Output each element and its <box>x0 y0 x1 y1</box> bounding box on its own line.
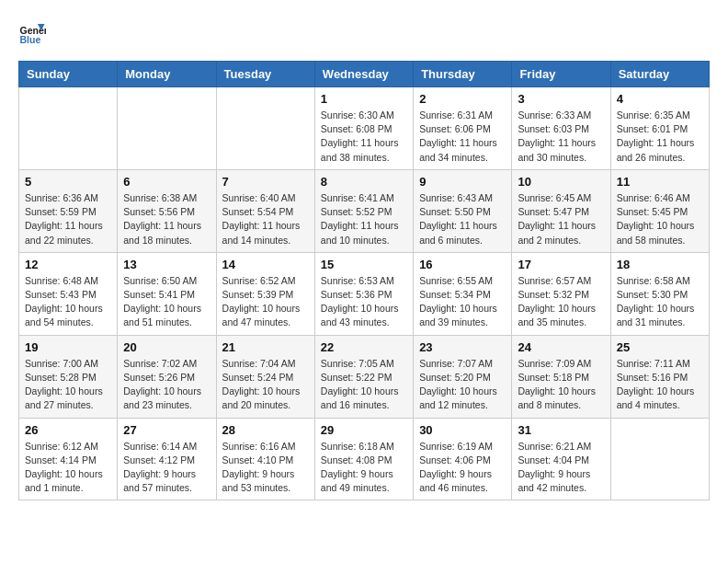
day-number: 27 <box>123 423 210 437</box>
day-info: Sunrise: 7:11 AM Sunset: 5:16 PM Dayligh… <box>617 357 703 413</box>
day-info: Sunrise: 6:55 AM Sunset: 5:34 PM Dayligh… <box>419 274 506 330</box>
day-number: 16 <box>419 258 506 271</box>
calendar-cell <box>19 87 118 170</box>
day-number: 29 <box>321 423 407 437</box>
day-info: Sunrise: 6:53 AM Sunset: 5:36 PM Dayligh… <box>321 274 407 330</box>
day-number: 2 <box>419 92 506 106</box>
day-of-week-header: Friday <box>512 62 610 87</box>
day-info: Sunrise: 6:52 AM Sunset: 5:39 PM Dayligh… <box>222 274 309 330</box>
day-info: Sunrise: 6:36 AM Sunset: 5:59 PM Dayligh… <box>25 191 111 247</box>
day-number: 15 <box>321 258 407 271</box>
day-info: Sunrise: 7:00 AM Sunset: 5:28 PM Dayligh… <box>25 357 111 413</box>
calendar-cell: 12Sunrise: 6:48 AM Sunset: 5:43 PM Dayli… <box>19 252 118 335</box>
calendar-cell: 17Sunrise: 6:57 AM Sunset: 5:32 PM Dayli… <box>512 252 610 335</box>
day-of-week-header: Tuesday <box>216 62 314 87</box>
calendar-cell: 1Sunrise: 6:30 AM Sunset: 6:08 PM Daylig… <box>314 87 413 170</box>
day-info: Sunrise: 6:30 AM Sunset: 6:08 PM Dayligh… <box>321 109 407 165</box>
day-info: Sunrise: 6:33 AM Sunset: 6:03 PM Dayligh… <box>518 109 604 165</box>
day-number: 8 <box>321 175 407 189</box>
calendar-cell: 15Sunrise: 6:53 AM Sunset: 5:36 PM Dayli… <box>314 252 413 335</box>
day-info: Sunrise: 6:19 AM Sunset: 4:06 PM Dayligh… <box>419 440 506 496</box>
calendar-cell: 6Sunrise: 6:38 AM Sunset: 5:56 PM Daylig… <box>118 169 216 252</box>
calendar-cell: 21Sunrise: 7:04 AM Sunset: 5:24 PM Dayli… <box>216 335 314 418</box>
calendar-cell: 25Sunrise: 7:11 AM Sunset: 5:16 PM Dayli… <box>610 335 709 418</box>
calendar-cell: 16Sunrise: 6:55 AM Sunset: 5:34 PM Dayli… <box>414 252 512 335</box>
day-info: Sunrise: 6:41 AM Sunset: 5:52 PM Dayligh… <box>321 191 407 247</box>
day-number: 13 <box>123 258 210 271</box>
day-of-week-header: Sunday <box>19 62 118 87</box>
calendar-cell <box>216 87 314 170</box>
day-info: Sunrise: 7:04 AM Sunset: 5:24 PM Dayligh… <box>222 357 309 413</box>
day-number: 18 <box>617 258 703 271</box>
day-number: 10 <box>518 175 604 189</box>
day-of-week-header: Saturday <box>610 62 709 87</box>
day-number: 11 <box>617 175 703 189</box>
day-info: Sunrise: 6:21 AM Sunset: 4:04 PM Dayligh… <box>518 440 604 496</box>
calendar-cell <box>610 418 709 500</box>
calendar-cell: 31Sunrise: 6:21 AM Sunset: 4:04 PM Dayli… <box>512 418 610 500</box>
day-info: Sunrise: 6:58 AM Sunset: 5:30 PM Dayligh… <box>617 274 703 330</box>
day-number: 4 <box>617 92 703 106</box>
calendar-cell: 13Sunrise: 6:50 AM Sunset: 5:41 PM Dayli… <box>118 252 216 335</box>
day-number: 22 <box>321 340 407 354</box>
calendar-cell: 30Sunrise: 6:19 AM Sunset: 4:06 PM Dayli… <box>414 418 512 500</box>
day-number: 26 <box>25 423 111 437</box>
day-info: Sunrise: 6:16 AM Sunset: 4:10 PM Dayligh… <box>222 440 309 496</box>
calendar-cell: 19Sunrise: 7:00 AM Sunset: 5:28 PM Dayli… <box>19 335 118 418</box>
calendar-cell: 27Sunrise: 6:14 AM Sunset: 4:12 PM Dayli… <box>118 418 216 500</box>
svg-text:Blue: Blue <box>20 34 41 45</box>
calendar-cell: 2Sunrise: 6:31 AM Sunset: 6:06 PM Daylig… <box>414 87 512 170</box>
day-info: Sunrise: 6:31 AM Sunset: 6:06 PM Dayligh… <box>419 109 506 165</box>
calendar-cell: 4Sunrise: 6:35 AM Sunset: 6:01 PM Daylig… <box>610 87 709 170</box>
calendar-cell: 11Sunrise: 6:46 AM Sunset: 5:45 PM Dayli… <box>610 169 709 252</box>
day-info: Sunrise: 6:48 AM Sunset: 5:43 PM Dayligh… <box>25 274 111 330</box>
day-info: Sunrise: 6:35 AM Sunset: 6:01 PM Dayligh… <box>617 109 703 165</box>
calendar-cell: 22Sunrise: 7:05 AM Sunset: 5:22 PM Dayli… <box>314 335 413 418</box>
calendar-cell: 28Sunrise: 6:16 AM Sunset: 4:10 PM Dayli… <box>216 418 314 500</box>
day-of-week-header: Wednesday <box>314 62 413 87</box>
calendar-table: SundayMondayTuesdayWednesdayThursdayFrid… <box>18 61 710 500</box>
day-number: 20 <box>123 340 210 354</box>
calendar-cell: 20Sunrise: 7:02 AM Sunset: 5:26 PM Dayli… <box>118 335 216 418</box>
calendar-cell: 24Sunrise: 7:09 AM Sunset: 5:18 PM Dayli… <box>512 335 610 418</box>
logo: General Blue <box>18 18 46 46</box>
day-number: 7 <box>222 175 309 189</box>
day-number: 12 <box>25 258 111 271</box>
day-info: Sunrise: 6:18 AM Sunset: 4:08 PM Dayligh… <box>321 440 407 496</box>
day-number: 21 <box>222 340 309 354</box>
calendar-cell: 5Sunrise: 6:36 AM Sunset: 5:59 PM Daylig… <box>19 169 118 252</box>
calendar-cell: 3Sunrise: 6:33 AM Sunset: 6:03 PM Daylig… <box>512 87 610 170</box>
day-number: 9 <box>419 175 506 189</box>
calendar-cell: 14Sunrise: 6:52 AM Sunset: 5:39 PM Dayli… <box>216 252 314 335</box>
calendar-cell <box>118 87 216 170</box>
calendar-cell: 9Sunrise: 6:43 AM Sunset: 5:50 PM Daylig… <box>414 169 512 252</box>
day-info: Sunrise: 6:12 AM Sunset: 4:14 PM Dayligh… <box>25 440 111 496</box>
day-info: Sunrise: 7:09 AM Sunset: 5:18 PM Dayligh… <box>518 357 604 413</box>
day-info: Sunrise: 7:05 AM Sunset: 5:22 PM Dayligh… <box>321 357 407 413</box>
day-number: 3 <box>518 92 604 106</box>
page-header: General Blue <box>18 18 710 46</box>
day-info: Sunrise: 6:50 AM Sunset: 5:41 PM Dayligh… <box>123 274 210 330</box>
day-number: 19 <box>25 340 111 354</box>
logo-icon: General Blue <box>18 18 46 46</box>
day-of-week-header: Thursday <box>414 62 512 87</box>
calendar-cell: 7Sunrise: 6:40 AM Sunset: 5:54 PM Daylig… <box>216 169 314 252</box>
calendar-cell: 8Sunrise: 6:41 AM Sunset: 5:52 PM Daylig… <box>314 169 413 252</box>
day-number: 25 <box>617 340 703 354</box>
day-number: 6 <box>123 175 210 189</box>
day-number: 14 <box>222 258 309 271</box>
day-number: 28 <box>222 423 309 437</box>
day-number: 30 <box>419 423 506 437</box>
day-number: 17 <box>518 258 604 271</box>
day-info: Sunrise: 6:57 AM Sunset: 5:32 PM Dayligh… <box>518 274 604 330</box>
day-info: Sunrise: 6:43 AM Sunset: 5:50 PM Dayligh… <box>419 191 506 247</box>
day-info: Sunrise: 6:40 AM Sunset: 5:54 PM Dayligh… <box>222 191 309 247</box>
day-number: 5 <box>25 175 111 189</box>
day-of-week-header: Monday <box>118 62 216 87</box>
day-number: 24 <box>518 340 604 354</box>
calendar-cell: 26Sunrise: 6:12 AM Sunset: 4:14 PM Dayli… <box>19 418 118 500</box>
day-number: 31 <box>518 423 604 437</box>
calendar-cell: 29Sunrise: 6:18 AM Sunset: 4:08 PM Dayli… <box>314 418 413 500</box>
day-info: Sunrise: 7:02 AM Sunset: 5:26 PM Dayligh… <box>123 357 210 413</box>
day-info: Sunrise: 6:14 AM Sunset: 4:12 PM Dayligh… <box>123 440 210 496</box>
